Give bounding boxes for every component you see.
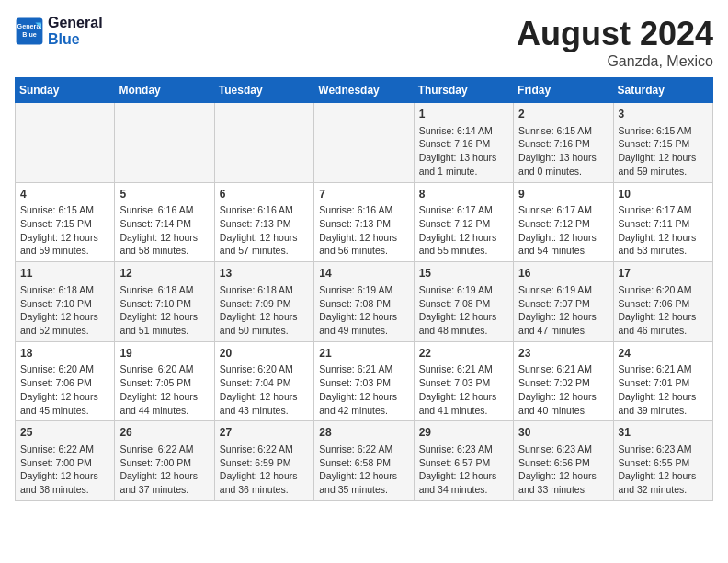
cell-content: Sunrise: 6:21 AM Sunset: 7:03 PM Dayligh… — [419, 362, 508, 417]
day-number: 21 — [319, 346, 408, 362]
cell-content: Sunrise: 6:15 AM Sunset: 7:15 PM Dayligh… — [619, 124, 708, 178]
svg-text:Blue: Blue — [22, 29, 37, 38]
day-number: 3 — [619, 107, 708, 122]
day-number: 27 — [220, 425, 309, 441]
day-number: 31 — [619, 425, 708, 441]
cell-content: Sunrise: 6:15 AM Sunset: 7:16 PM Dayligh… — [518, 124, 608, 178]
calendar-cell: 31Sunrise: 6:23 AM Sunset: 6:55 PM Dayli… — [613, 421, 712, 501]
day-number: 1 — [419, 107, 508, 122]
calendar-cell: 8Sunrise: 6:17 AM Sunset: 7:12 PM Daylig… — [414, 182, 513, 262]
day-number: 28 — [319, 425, 408, 441]
calendar-cell: 10Sunrise: 6:17 AM Sunset: 7:11 PM Dayli… — [613, 182, 712, 262]
header-tuesday: Tuesday — [214, 78, 313, 103]
header-friday: Friday — [514, 78, 613, 103]
header-row: SundayMondayTuesdayWednesdayThursdayFrid… — [16, 78, 713, 103]
day-number: 4 — [20, 187, 109, 202]
header-monday: Monday — [115, 78, 214, 103]
cell-content: Sunrise: 6:16 AM Sunset: 7:14 PM Dayligh… — [119, 203, 209, 258]
cell-content: Sunrise: 6:18 AM Sunset: 7:10 PM Dayligh… — [20, 283, 109, 338]
cell-content: Sunrise: 6:22 AM Sunset: 7:00 PM Dayligh… — [20, 442, 109, 497]
logo-text-general: General — [48, 15, 103, 31]
cell-content: Sunrise: 6:19 AM Sunset: 7:08 PM Dayligh… — [319, 283, 408, 338]
day-number: 18 — [20, 346, 109, 362]
day-number: 15 — [419, 266, 508, 282]
calendar-cell: 17Sunrise: 6:20 AM Sunset: 7:06 PM Dayli… — [613, 262, 712, 342]
week-row-1: 1Sunrise: 6:14 AM Sunset: 7:16 PM Daylig… — [16, 103, 713, 183]
header-saturday: Saturday — [613, 78, 712, 103]
calendar-cell: 12Sunrise: 6:18 AM Sunset: 7:10 PM Dayli… — [115, 262, 214, 342]
calendar-cell — [314, 103, 414, 183]
calendar-cell: 15Sunrise: 6:19 AM Sunset: 7:08 PM Dayli… — [414, 262, 513, 342]
calendar-cell — [214, 103, 313, 183]
calendar-cell: 1Sunrise: 6:14 AM Sunset: 7:16 PM Daylig… — [414, 103, 513, 183]
calendar-cell: 27Sunrise: 6:22 AM Sunset: 6:59 PM Dayli… — [214, 421, 313, 501]
week-row-3: 11Sunrise: 6:18 AM Sunset: 7:10 PM Dayli… — [16, 262, 713, 342]
logo-icon: General Blue — [15, 17, 44, 46]
day-number: 6 — [220, 187, 309, 202]
calendar-cell: 29Sunrise: 6:23 AM Sunset: 6:57 PM Dayli… — [414, 421, 513, 501]
cell-content: Sunrise: 6:23 AM Sunset: 6:56 PM Dayligh… — [518, 442, 608, 497]
cell-content: Sunrise: 6:23 AM Sunset: 6:57 PM Dayligh… — [419, 442, 508, 497]
calendar-cell: 25Sunrise: 6:22 AM Sunset: 7:00 PM Dayli… — [16, 421, 115, 501]
calendar-cell — [16, 103, 115, 183]
header-thursday: Thursday — [414, 78, 513, 103]
header-sunday: Sunday — [16, 78, 115, 103]
cell-content: Sunrise: 6:14 AM Sunset: 7:16 PM Dayligh… — [419, 124, 508, 178]
calendar-cell: 28Sunrise: 6:22 AM Sunset: 6:58 PM Dayli… — [314, 421, 414, 501]
cell-content: Sunrise: 6:16 AM Sunset: 7:13 PM Dayligh… — [220, 203, 309, 258]
calendar-cell: 19Sunrise: 6:20 AM Sunset: 7:05 PM Dayli… — [115, 341, 214, 421]
page-header: General Blue General Blue August 2024 Ga… — [15, 15, 713, 70]
day-number: 26 — [119, 425, 209, 441]
cell-content: Sunrise: 6:17 AM Sunset: 7:12 PM Dayligh… — [518, 203, 608, 258]
calendar-cell: 23Sunrise: 6:21 AM Sunset: 7:02 PM Dayli… — [514, 341, 613, 421]
title-area: August 2024 Ganzda, Mexico — [517, 15, 713, 70]
calendar-cell — [115, 103, 214, 183]
cell-content: Sunrise: 6:17 AM Sunset: 7:11 PM Dayligh… — [619, 203, 708, 258]
day-number: 2 — [518, 107, 608, 122]
day-number: 10 — [619, 187, 708, 202]
day-number: 22 — [419, 346, 508, 362]
logo: General Blue General Blue — [15, 15, 103, 47]
calendar-cell: 20Sunrise: 6:20 AM Sunset: 7:04 PM Dayli… — [214, 341, 313, 421]
cell-content: Sunrise: 6:20 AM Sunset: 7:06 PM Dayligh… — [619, 283, 708, 338]
cell-content: Sunrise: 6:19 AM Sunset: 7:08 PM Dayligh… — [419, 283, 508, 338]
day-number: 14 — [319, 266, 408, 282]
calendar-cell: 18Sunrise: 6:20 AM Sunset: 7:06 PM Dayli… — [16, 341, 115, 421]
day-number: 8 — [419, 187, 508, 202]
week-row-4: 18Sunrise: 6:20 AM Sunset: 7:06 PM Dayli… — [16, 341, 713, 421]
calendar-cell: 24Sunrise: 6:21 AM Sunset: 7:01 PM Dayli… — [613, 341, 712, 421]
calendar-cell: 22Sunrise: 6:21 AM Sunset: 7:03 PM Dayli… — [414, 341, 513, 421]
cell-content: Sunrise: 6:22 AM Sunset: 6:58 PM Dayligh… — [319, 442, 408, 497]
month-title: August 2024 — [517, 15, 713, 53]
day-number: 17 — [619, 266, 708, 282]
cell-content: Sunrise: 6:17 AM Sunset: 7:12 PM Dayligh… — [419, 203, 508, 258]
calendar-cell: 5Sunrise: 6:16 AM Sunset: 7:14 PM Daylig… — [115, 182, 214, 262]
day-number: 29 — [419, 425, 508, 441]
day-number: 23 — [518, 346, 608, 362]
cell-content: Sunrise: 6:18 AM Sunset: 7:10 PM Dayligh… — [119, 283, 209, 338]
calendar-cell: 3Sunrise: 6:15 AM Sunset: 7:15 PM Daylig… — [613, 103, 712, 183]
cell-content: Sunrise: 6:22 AM Sunset: 6:59 PM Dayligh… — [220, 442, 309, 497]
calendar-cell: 14Sunrise: 6:19 AM Sunset: 7:08 PM Dayli… — [314, 262, 414, 342]
day-number: 24 — [619, 346, 708, 362]
calendar-cell: 26Sunrise: 6:22 AM Sunset: 7:00 PM Dayli… — [115, 421, 214, 501]
day-number: 30 — [518, 425, 608, 441]
week-row-2: 4Sunrise: 6:15 AM Sunset: 7:15 PM Daylig… — [16, 182, 713, 262]
cell-content: Sunrise: 6:22 AM Sunset: 7:00 PM Dayligh… — [119, 442, 209, 497]
day-number: 11 — [20, 266, 109, 282]
cell-content: Sunrise: 6:15 AM Sunset: 7:15 PM Dayligh… — [20, 203, 109, 258]
calendar-cell: 30Sunrise: 6:23 AM Sunset: 6:56 PM Dayli… — [514, 421, 613, 501]
day-number: 13 — [220, 266, 309, 282]
cell-content: Sunrise: 6:21 AM Sunset: 7:03 PM Dayligh… — [319, 362, 408, 417]
logo-text-blue: Blue — [48, 31, 103, 48]
day-number: 9 — [518, 187, 608, 202]
day-number: 12 — [119, 266, 209, 282]
cell-content: Sunrise: 6:20 AM Sunset: 7:05 PM Dayligh… — [119, 362, 209, 417]
calendar-cell: 7Sunrise: 6:16 AM Sunset: 7:13 PM Daylig… — [314, 182, 414, 262]
calendar-cell: 6Sunrise: 6:16 AM Sunset: 7:13 PM Daylig… — [214, 182, 313, 262]
day-number: 16 — [518, 266, 608, 282]
week-row-5: 25Sunrise: 6:22 AM Sunset: 7:00 PM Dayli… — [16, 421, 713, 501]
cell-content: Sunrise: 6:19 AM Sunset: 7:07 PM Dayligh… — [518, 283, 608, 338]
cell-content: Sunrise: 6:16 AM Sunset: 7:13 PM Dayligh… — [319, 203, 408, 258]
calendar-cell: 2Sunrise: 6:15 AM Sunset: 7:16 PM Daylig… — [514, 103, 613, 183]
